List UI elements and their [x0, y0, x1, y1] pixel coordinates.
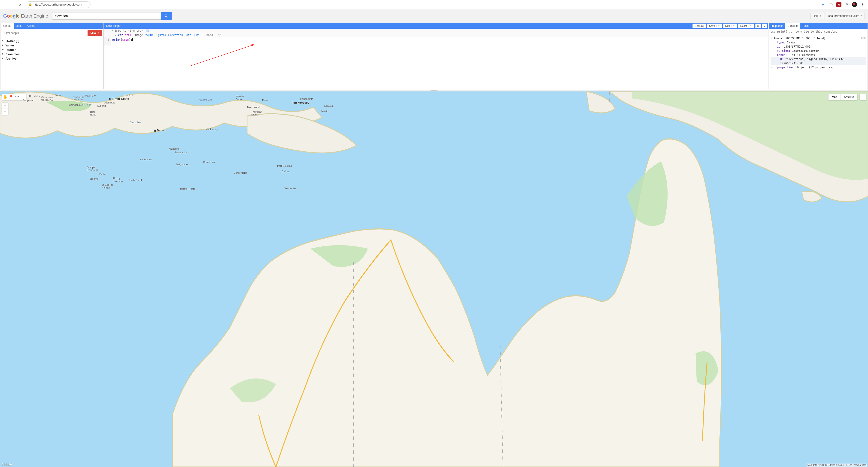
apps-grid-icon[interactable] — [755, 24, 761, 28]
map-canvas[interactable]: ✋ 📍 〰 ▱ + − Map Satellite ⛶ BALI Mataram… — [0, 91, 868, 467]
svg-rect-2 — [757, 25, 758, 26]
console-band-0[interactable]: ▸0: "elevation", signed int16, EPSG:4326… — [771, 57, 866, 65]
svg-line-1 — [167, 17, 168, 17]
draw-polygon-icon[interactable]: ▱ — [20, 94, 26, 100]
svg-rect-4 — [758, 25, 759, 26]
zoom-out-button[interactable]: − — [2, 109, 8, 115]
expand-icon[interactable]: ▸ — [771, 66, 772, 69]
console-hint: Use print(...) to write to this console. — [771, 30, 866, 35]
expand-icon[interactable]: ▾ — [771, 37, 772, 40]
draw-point-icon[interactable]: 📍 — [8, 94, 14, 100]
pan-hand-icon[interactable]: ✋ — [2, 94, 8, 100]
map-type-control: Map Satellite — [828, 94, 857, 100]
extension-mendeley-icon[interactable]: M — [836, 2, 841, 7]
tab-console[interactable]: Console — [785, 23, 800, 29]
console-prop-id: id: USGS/SRTMGL1_003 — [771, 44, 866, 49]
tab-docs[interactable]: Docs — [13, 23, 25, 29]
reload-icon[interactable]: ⟳ — [17, 2, 23, 8]
console-prop-properties[interactable]: ▸properties: Object (17 properties) — [771, 65, 866, 69]
code-editor-panel: New Script * Get Link Save▼ Run▼ Reset▼ … — [104, 23, 769, 89]
svg-rect-8 — [757, 26, 758, 27]
draw-line-icon[interactable]: 〰 — [14, 94, 20, 100]
script-tree: Owner (5) Writer Reader Examples Archive — [0, 37, 103, 89]
scripts-panel: Scripts Docs Assets NEW▼ Owner (5) Write… — [0, 23, 104, 89]
import-expand-icon[interactable]: ▸ — [115, 33, 118, 37]
visibility-toggle-icon[interactable] — [218, 34, 221, 36]
map-type-satellite[interactable]: Satellite — [841, 94, 857, 100]
overflow-menu-icon[interactable]: ⋮ — [860, 2, 865, 7]
svg-rect-9 — [758, 26, 758, 27]
tree-item-owner[interactable]: Owner (5) — [2, 39, 102, 43]
run-button[interactable]: Run▼ — [723, 24, 737, 28]
zoom-in-button[interactable]: + — [2, 103, 8, 109]
back-icon[interactable]: ← — [2, 2, 8, 8]
imports-label: Imports (1 entry) — [115, 29, 143, 32]
console-prop-version: version: 1550323167080569 — [771, 49, 866, 53]
get-link-button[interactable]: Get Link — [692, 24, 706, 28]
forward-icon[interactable]: → — [10, 2, 16, 8]
search-input[interactable] — [52, 12, 161, 20]
search-button[interactable] — [161, 12, 172, 20]
url-bar[interactable]: 🔒 https://code.earthengine.google.com — [26, 1, 91, 8]
account-button[interactable]: shaun@shaunlevick.com▼ — [826, 13, 865, 19]
reset-button[interactable]: Reset▼ — [738, 24, 754, 28]
map-type-map[interactable]: Map — [829, 94, 841, 100]
svg-point-0 — [165, 15, 167, 17]
gee-logo[interactable]: Google Earth Engine — [3, 13, 48, 19]
panel-resize-handle[interactable] — [0, 90, 868, 91]
profile-avatar-icon[interactable] — [852, 2, 857, 7]
zoom-control: + − — [2, 102, 8, 115]
map-landmass — [0, 91, 868, 467]
tree-item-reader[interactable]: Reader — [2, 48, 102, 52]
tab-scripts[interactable]: Scripts — [0, 23, 13, 29]
tab-tasks[interactable]: Tasks — [800, 23, 812, 29]
expand-icon[interactable]: ▾ — [771, 54, 772, 57]
svg-rect-7 — [758, 26, 759, 26]
bookmark-star-icon[interactable]: ★ — [820, 2, 826, 7]
geometry-tools: ✋ 📍 〰 ▱ — [2, 94, 26, 100]
json-link[interactable]: JSON — [861, 36, 866, 40]
product-name: Earth Engine — [21, 13, 48, 19]
import-dataset-link[interactable]: "SRTM Digital Elevation Data 30m" — [145, 33, 199, 37]
line-gutter: 12 — [104, 37, 111, 45]
extension-p-icon[interactable]: P — [844, 2, 849, 7]
console-object-root[interactable]: ▾ Image USGS/SRTMGL1_003 (1 band) JSON — [771, 36, 866, 40]
lock-icon: 🔒 — [28, 3, 32, 6]
svg-rect-10 — [758, 26, 759, 27]
code-editor[interactable]: ▾ Imports (1 entry) ▸ var srtm: Image "S… — [104, 29, 768, 89]
filter-scripts-input[interactable] — [2, 30, 86, 36]
map-attribution[interactable]: Map data ©2019 GBRMPA, Google 100 km Ter… — [807, 464, 867, 467]
code-lines[interactable]: print(srtm); — [111, 37, 768, 45]
new-script-button[interactable]: NEW▼ — [88, 30, 102, 36]
console-prop-type: type: Image — [771, 40, 866, 44]
url-text: https://code.earthengine.google.com — [33, 3, 82, 6]
expand-icon[interactable]: ▸ — [771, 58, 772, 61]
svg-rect-6 — [758, 26, 758, 26]
tree-item-archive[interactable]: Archive — [2, 56, 102, 61]
svg-rect-3 — [758, 25, 758, 26]
save-button[interactable]: Save▼ — [707, 24, 722, 28]
extension-circle-icon[interactable]: ◯ — [829, 2, 834, 7]
svg-rect-5 — [757, 26, 758, 26]
console-panel: Inspector Console Tasks Use print(...) t… — [769, 23, 868, 89]
tree-item-examples[interactable]: Examples — [2, 52, 102, 56]
console-prop-bands[interactable]: ▾bands: List (1 element) — [771, 53, 866, 57]
tab-assets[interactable]: Assets — [25, 23, 37, 29]
imports-copy-icon[interactable] — [146, 30, 149, 32]
script-title: New Script * — [104, 24, 123, 28]
tree-item-writer[interactable]: Writer — [2, 43, 102, 48]
imports-toggle-icon[interactable]: ▾ — [111, 29, 115, 32]
fullscreen-icon[interactable]: ⛶ — [860, 94, 866, 100]
tab-inspector[interactable]: Inspector — [769, 23, 785, 29]
help-button[interactable]: Help▼ — [810, 13, 824, 19]
google-word: Google — [3, 13, 20, 19]
settings-gear-icon[interactable]: ⚙ — [762, 24, 767, 28]
